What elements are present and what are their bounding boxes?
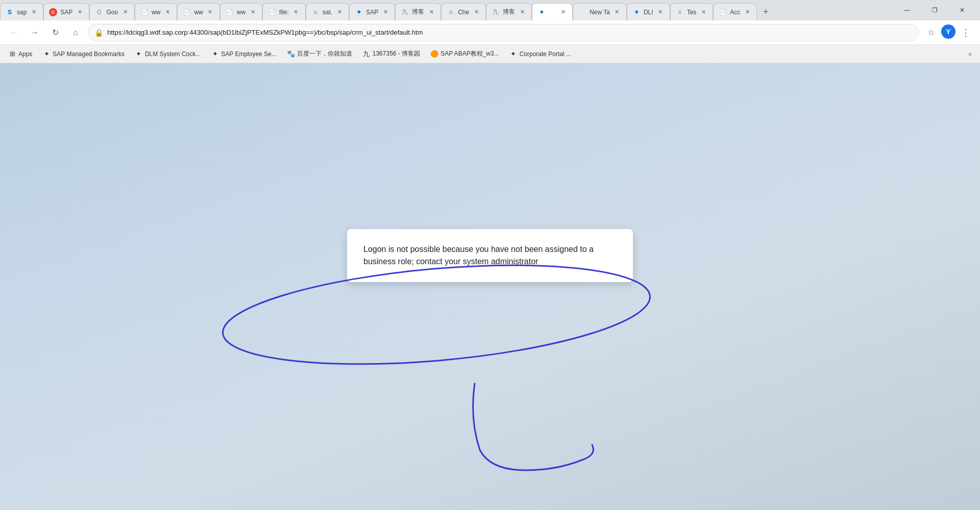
tab-sap2-close[interactable]: ✕ xyxy=(76,8,84,16)
tab-tes-close[interactable]: ✕ xyxy=(699,8,707,16)
tab-www1-favicon: 📄 xyxy=(140,8,149,16)
tab-file[interactable]: 📄file:✕ xyxy=(262,3,306,20)
tab-file-title: file: xyxy=(279,9,289,16)
tab-sap2-favicon: C xyxy=(49,8,57,16)
error-line1: Logon is not possible because you have n… xyxy=(363,245,594,253)
tab-active-close[interactable]: ✕ xyxy=(559,8,567,16)
bm-apps-label: Apps xyxy=(18,50,32,58)
bm-abap[interactable]: 🟠SAP ABAP教程_w3... xyxy=(426,47,503,60)
tab-www3[interactable]: 📄ww✕ xyxy=(220,3,262,20)
bm-sap-bookmarks-favicon: ✦ xyxy=(42,50,51,58)
tab-file-close[interactable]: ✕ xyxy=(292,8,300,16)
tab-dlm[interactable]: ✦DLI✕ xyxy=(627,3,670,20)
tab-sap3[interactable]: ✦SAP✕ xyxy=(349,3,395,20)
maximize-button[interactable]: ❐ xyxy=(923,2,946,18)
bm-sap-employee-label: SAP Employee Se... xyxy=(221,50,277,58)
minimize-button[interactable]: — xyxy=(895,2,919,18)
tab-bo2[interactable]: 九博客✕ xyxy=(486,3,532,20)
tab-che-favicon: ≡ xyxy=(447,8,455,16)
tab-google-title: Goo xyxy=(106,9,118,16)
tab-sap2[interactable]: CSAP✕ xyxy=(43,3,89,20)
menu-dots-icon: ⋮ xyxy=(961,27,970,38)
bm-blog-label: 1367356 - 博客园 xyxy=(373,49,420,58)
bm-baidu[interactable]: 🐾百度一下，你就知道 xyxy=(283,47,356,60)
bm-blog[interactable]: 九1367356 - 博客园 xyxy=(358,47,424,60)
tab-sap3-close[interactable]: ✕ xyxy=(381,8,389,16)
tab-sap-close[interactable]: ✕ xyxy=(30,8,38,16)
close-button[interactable]: ✕ xyxy=(950,2,974,18)
bm-dlm-label: DLM System Cock... xyxy=(145,50,201,58)
tab-che-close[interactable]: ✕ xyxy=(472,8,480,16)
tab-google-favicon: G xyxy=(95,8,103,16)
profile-avatar[interactable]: Y xyxy=(941,24,955,39)
tab-tes-favicon: ≡ xyxy=(676,8,684,16)
bm-blog-favicon: 九 xyxy=(362,50,371,58)
address-bar[interactable]: 🔒 https://ldciqg3.wdf.sap.corp:44300/sap… xyxy=(88,24,919,41)
nav-actions: ☆ Y ⋮ xyxy=(923,24,974,41)
bm-sap-employee-favicon: ✦ xyxy=(211,50,219,58)
tab-bo2-close[interactable]: ✕ xyxy=(518,8,526,16)
tab-bo-favicon: 九 xyxy=(401,8,409,16)
tab-www2-close[interactable]: ✕ xyxy=(206,8,214,16)
tab-www1-close[interactable]: ✕ xyxy=(163,8,172,16)
bm-apps-favicon: ⊞ xyxy=(8,50,16,58)
home-button[interactable]: ⌂ xyxy=(67,24,84,41)
tab-acc[interactable]: 📄Acc✕ xyxy=(713,3,757,20)
bm-portal-label: Corporate Portal ... xyxy=(520,50,571,58)
bm-portal-favicon: ✦ xyxy=(509,50,518,58)
tab-www1[interactable]: 📄ww✕ xyxy=(135,3,177,20)
bm-sap-bookmarks-label: SAP Managed Bookmarks xyxy=(53,50,125,58)
bookmarks-more-button[interactable]: » xyxy=(964,48,976,60)
tab-google-close[interactable]: ✕ xyxy=(121,8,129,16)
tab-dlm-title: DLI xyxy=(644,9,653,16)
error-message-box: Logon is not possible because you have n… xyxy=(347,229,633,282)
tab-sap-favicon: S xyxy=(6,8,14,16)
new-tab-button[interactable]: + xyxy=(757,3,774,20)
tab-sap2-title: SAP xyxy=(60,9,72,16)
tab-acc-title: Acc xyxy=(730,9,740,16)
tab-bo-close[interactable]: ✕ xyxy=(427,8,435,16)
bookmarks-bar: ⊞Apps✦SAP Managed Bookmarks✦DLM System C… xyxy=(0,45,980,63)
tab-che[interactable]: ≡Che✕ xyxy=(441,3,486,20)
tab-sap[interactable]: Ssap✕ xyxy=(0,3,43,20)
star-button[interactable]: ☆ xyxy=(923,24,939,41)
lock-icon: 🔒 xyxy=(94,29,103,37)
tab-newtab[interactable]: New Ta✕ xyxy=(573,3,627,20)
page-content: Logon is not possible because you have n… xyxy=(0,63,980,510)
address-text: https://ldciqg3.wdf.sap.corp:44300/sap(b… xyxy=(107,29,912,36)
bm-portal[interactable]: ✦Corporate Portal ... xyxy=(505,48,575,60)
tabs-container: Ssap✕CSAP✕GGoo✕📄ww✕📄ww✕📄ww✕📄file:✕≡sat.✕… xyxy=(0,0,889,20)
window-controls: — ❐ ✕ xyxy=(889,0,980,20)
bm-baidu-label: 百度一下，你就知道 xyxy=(297,49,352,58)
tab-acc-favicon: 📄 xyxy=(719,8,727,16)
tab-dlm-close[interactable]: ✕ xyxy=(656,8,665,16)
tab-www3-close[interactable]: ✕ xyxy=(249,8,257,16)
tab-active[interactable]: ✦✕ xyxy=(532,3,573,20)
tab-sat[interactable]: ≡sat.✕ xyxy=(306,3,349,20)
bm-dlm[interactable]: ✦DLM System Cock... xyxy=(131,48,205,60)
menu-button[interactable]: ⋮ xyxy=(958,24,974,41)
forward-button[interactable]: → xyxy=(27,24,43,41)
tab-sap-title: sap xyxy=(17,9,27,16)
tab-sat-close[interactable]: ✕ xyxy=(335,8,344,16)
tab-google[interactable]: GGoo✕ xyxy=(89,3,135,20)
tab-bo2-favicon: 九 xyxy=(492,8,500,16)
title-bar: Ssap✕CSAP✕GGoo✕📄ww✕📄ww✕📄ww✕📄file:✕≡sat.✕… xyxy=(0,0,980,20)
tab-www2[interactable]: 📄ww✕ xyxy=(177,3,219,20)
back-button[interactable]: ← xyxy=(6,24,22,41)
tab-active-favicon: ✦ xyxy=(537,8,546,16)
error-line2: business role; contact your system admin… xyxy=(363,257,538,266)
reload-button[interactable]: ↻ xyxy=(47,24,63,41)
tab-newtab-title: New Ta xyxy=(590,9,610,16)
tab-acc-close[interactable]: ✕ xyxy=(743,8,751,16)
bm-sap-bookmarks[interactable]: ✦SAP Managed Bookmarks xyxy=(38,48,129,60)
tab-www3-title: ww xyxy=(237,9,246,16)
tab-newtab-close[interactable]: ✕ xyxy=(613,8,621,16)
annotation-drawing xyxy=(0,63,980,510)
bm-sap-employee[interactable]: ✦SAP Employee Se... xyxy=(207,48,281,60)
tab-bo[interactable]: 九博客✕ xyxy=(395,3,441,20)
bm-apps[interactable]: ⊞Apps xyxy=(4,48,36,60)
tab-sat-title: sat. xyxy=(323,9,332,16)
star-icon: ☆ xyxy=(927,28,935,37)
tab-tes[interactable]: ≡Tes✕ xyxy=(670,3,714,20)
